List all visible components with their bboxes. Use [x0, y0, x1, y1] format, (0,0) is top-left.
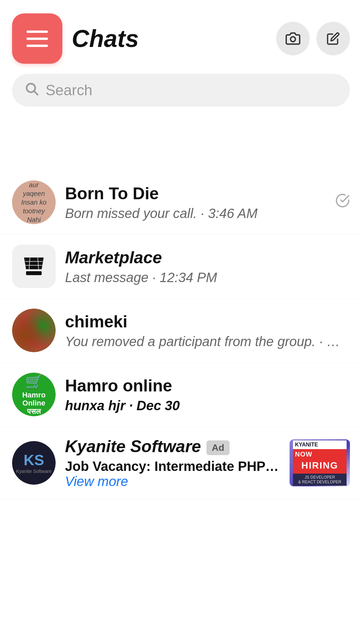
chat-content: Born To Die Born missed your call. · 3:4… — [65, 184, 326, 221]
ks-company-label: Kyanite Software — [16, 469, 52, 474]
ad-img-details: JS DEVELOPER& REACT DEVELOPER — [293, 474, 347, 486]
chat-preview: You removed a participant from the group… — [65, 334, 350, 349]
ad-img-hiring: HIRING — [293, 460, 347, 474]
search-placeholder[interactable]: Search — [46, 82, 92, 99]
view-more-link[interactable]: View more — [65, 474, 280, 489]
ks-avatar-inner: KS Kyanite Software — [12, 441, 56, 485]
ad-img-brand: KYANITE — [293, 440, 347, 449]
hamro-avatar-inner: 🛒 Hamro Onlineपसल — [12, 373, 56, 416]
chimeki-bg — [12, 309, 56, 352]
hamburger-icon — [26, 31, 48, 47]
chat-meta — [335, 193, 350, 211]
chat-preview: Born missed your call. · 3:46 AM — [65, 206, 326, 221]
chat-content: chimeki You removed a participant from t… — [65, 312, 350, 349]
page-title: Chats — [72, 25, 276, 52]
chat-content: Kyanite Software Ad Job Vacancy: Interme… — [65, 437, 280, 489]
chat-name: Born To Die — [65, 184, 326, 203]
compose-button[interactable] — [316, 22, 350, 55]
chat-name: Hamro online — [65, 376, 350, 395]
ad-image: KYANITE NOW HIRING JS DEVELOPER& REACT D… — [290, 439, 350, 486]
header-actions — [276, 22, 350, 55]
menu-button[interactable] — [12, 13, 62, 64]
svg-point-0 — [291, 37, 296, 42]
hamro-text: Hamro Onlineपसल — [12, 391, 56, 416]
search-bar[interactable]: Search — [12, 74, 350, 107]
list-item[interactable]: Sabar aur yaqeen Insan ko tootney Nahi d… — [0, 170, 362, 234]
camera-button[interactable] — [276, 22, 310, 55]
chat-list: Sabar aur yaqeen Insan ko tootney Nahi d… — [0, 170, 362, 499]
ad-name-row: Kyanite Software Ad — [65, 437, 280, 459]
chat-name: chimeki — [65, 312, 350, 331]
list-item[interactable]: KS Kyanite Software Kyanite Software Ad … — [0, 427, 362, 499]
ad-badge: Ad — [206, 440, 230, 455]
list-item[interactable]: Marketplace Last message · 12:34 PM — [0, 234, 362, 299]
search-icon — [24, 81, 39, 99]
ad-image-inner: KYANITE NOW HIRING JS DEVELOPER& REACT D… — [290, 439, 350, 486]
list-item[interactable]: 🛒 Hamro Onlineपसल Hamro online hunxa hjr… — [0, 363, 362, 427]
header: Chats — [0, 0, 362, 70]
cart-icon: 🛒 — [25, 373, 43, 390]
svg-rect-3 — [26, 271, 42, 275]
chat-preview: Last message · 12:34 PM — [65, 270, 350, 285]
avatar: Sabar aur yaqeen Insan ko tootney Nahi d… — [12, 180, 56, 224]
ad-img-now: NOW — [293, 449, 347, 460]
chat-content: Hamro online hunxa hjr · Dec 30 — [65, 376, 350, 413]
ks-logo-text: KS — [23, 452, 44, 469]
chat-content: Marketplace Last message · 12:34 PM — [65, 248, 350, 285]
svg-line-2 — [34, 91, 38, 95]
avatar: 🛒 Hamro Onlineपसल — [12, 373, 56, 416]
chat-name: Kyanite Software — [65, 437, 201, 456]
chat-preview: Job Vacancy: Intermediate PHP (Lar... — [65, 459, 280, 474]
chat-name: Marketplace — [65, 248, 350, 267]
check-icon — [335, 193, 350, 211]
chat-preview: hunxa hjr · Dec 30 — [65, 398, 350, 413]
search-container: Search — [0, 70, 362, 117]
avatar: KS Kyanite Software — [12, 441, 56, 485]
list-item[interactable]: chimeki You removed a participant from t… — [0, 299, 362, 363]
chimeki-avatar-inner — [12, 309, 56, 352]
avatar — [12, 309, 56, 352]
avatar-text: Sabar aur yaqeen Insan ko tootney Nahi d… — [15, 180, 52, 224]
spacer — [0, 117, 362, 170]
avatar — [12, 245, 56, 288]
